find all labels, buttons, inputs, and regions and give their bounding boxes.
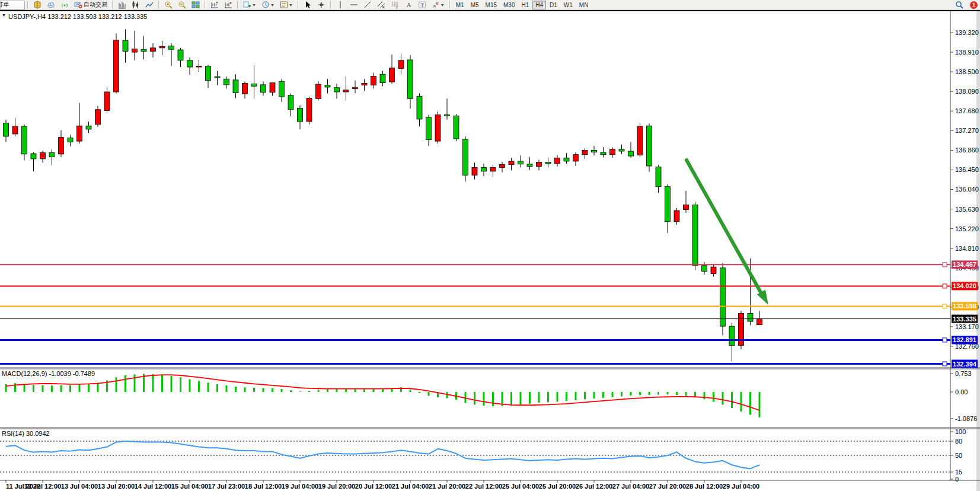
candle-bullish bbox=[555, 158, 560, 164]
macd-scale-label: 0.00 bbox=[955, 388, 968, 396]
time-axis-label: 13 Jul 20:00 bbox=[98, 483, 135, 490]
candle-bearish bbox=[592, 150, 597, 152]
timeframe-button-m5[interactable]: M5 bbox=[468, 1, 482, 9]
timeframe-button-mn[interactable]: MN bbox=[576, 1, 592, 9]
candle-bearish bbox=[178, 50, 183, 60]
candle-bearish bbox=[4, 123, 9, 136]
timeframe-button-h1[interactable]: H1 bbox=[518, 1, 532, 9]
toolbar-separator bbox=[112, 1, 113, 8]
price-axis-label: 135.220 bbox=[955, 225, 979, 232]
crosshair-icon[interactable] bbox=[315, 0, 328, 9]
macd-scale-label: -1.0876 bbox=[955, 415, 977, 422]
channel-icon[interactable]: E bbox=[375, 0, 388, 9]
history-book-icon[interactable] bbox=[31, 0, 44, 9]
timeframe-button-w1[interactable]: W1 bbox=[561, 1, 576, 9]
candle-bearish bbox=[22, 126, 27, 154]
price-axis-label: 138.500 bbox=[955, 68, 979, 75]
candle-bullish bbox=[196, 66, 202, 67]
cloud-sync-icon[interactable] bbox=[44, 0, 58, 9]
candle-bullish bbox=[684, 205, 689, 209]
chart-window: ▼ USDJPY-,H4 133.212 133.503 133.212 133… bbox=[0, 9, 980, 491]
time-axis-label: 25 Jul 20:00 bbox=[539, 483, 576, 490]
cursor-icon[interactable] bbox=[301, 0, 314, 9]
rsi-scale-label: 100 bbox=[955, 428, 966, 435]
notification-badge[interactable]: 1 bbox=[970, 1, 978, 9]
dropdown-caret-icon[interactable]: ▼ bbox=[289, 3, 293, 7]
dropdown-caret-icon[interactable]: ▼ bbox=[440, 3, 445, 7]
candle-bearish bbox=[656, 167, 661, 187]
price-badge-label: 134.467 bbox=[953, 261, 976, 268]
time-axis-label: 22 Jul 12:00 bbox=[465, 483, 502, 490]
time-axis-label: 21 Jul 20:00 bbox=[429, 483, 465, 490]
resistance-line-1-handle[interactable] bbox=[943, 263, 947, 267]
rsi-scale-label: 0 bbox=[955, 476, 959, 483]
dropdown-caret-icon[interactable]: ▼ bbox=[270, 3, 274, 7]
signals-icon[interactable] bbox=[58, 0, 71, 9]
new-order-button[interactable]: 新订单 bbox=[0, 1, 25, 9]
timeframe-button-d1[interactable]: D1 bbox=[547, 1, 560, 9]
resistance-line-2-handle[interactable] bbox=[943, 284, 947, 288]
vertical-line-icon[interactable] bbox=[334, 0, 347, 9]
timeframe-button-m15[interactable]: M15 bbox=[483, 1, 500, 9]
period-icon[interactable]: ▼ bbox=[259, 0, 277, 9]
price-axis-label: 136.860 bbox=[955, 146, 979, 154]
candle-bearish bbox=[141, 49, 146, 51]
text-label-icon[interactable]: T bbox=[416, 0, 429, 9]
candle-bearish bbox=[417, 96, 422, 119]
search-icon[interactable] bbox=[953, 0, 966, 9]
toolbar-separator bbox=[158, 1, 159, 8]
add-indicator-icon[interactable]: ▼ bbox=[241, 0, 258, 9]
autotrading-icon[interactable]: 自动交易 bbox=[72, 0, 110, 9]
trendline-icon[interactable] bbox=[361, 0, 374, 9]
bar-chart-icon[interactable] bbox=[116, 0, 129, 9]
mt4-window: 新订单自动交易▼▼▼EFAT▼M1M5M15M30H1H4D1W1MN1 ▼ U… bbox=[0, 0, 980, 491]
candle-bearish bbox=[692, 205, 698, 265]
candle-bullish bbox=[757, 318, 762, 324]
support-line-blue-1-handle[interactable] bbox=[943, 338, 947, 342]
candle-bullish bbox=[674, 211, 679, 222]
candle-bearish bbox=[86, 126, 91, 129]
candle-bullish bbox=[307, 98, 312, 122]
auto-scroll-icon[interactable] bbox=[208, 0, 221, 9]
candle-bullish bbox=[77, 126, 82, 141]
zoom-out-icon[interactable] bbox=[175, 0, 189, 9]
arrows-icon[interactable]: ▼ bbox=[429, 0, 447, 9]
price-badge-label: 132.394 bbox=[953, 361, 977, 368]
support-line-orange-handle[interactable] bbox=[943, 304, 947, 308]
text-icon[interactable]: A bbox=[402, 0, 415, 9]
candle-bullish bbox=[509, 161, 514, 165]
tile-windows-icon[interactable] bbox=[189, 0, 202, 9]
horizontal-line-icon[interactable] bbox=[347, 0, 360, 9]
fibonacci-icon[interactable]: F bbox=[388, 0, 401, 9]
price-badge-label: 133.598 bbox=[953, 302, 976, 310]
symbol-dropdown-marker[interactable]: ▼ bbox=[2, 13, 6, 17]
candle-bearish bbox=[527, 164, 532, 167]
candle-bearish bbox=[619, 149, 624, 151]
candle-bullish bbox=[353, 88, 358, 89]
support-line-blue-2-handle[interactable] bbox=[943, 362, 947, 366]
timeframe-button-m1[interactable]: M1 bbox=[453, 1, 467, 9]
template-icon[interactable]: ▼ bbox=[277, 0, 295, 9]
candle-bullish bbox=[59, 138, 64, 154]
time-axis-label: 26 Jul 12:00 bbox=[576, 483, 612, 490]
dropdown-caret-icon[interactable]: ▼ bbox=[252, 3, 256, 7]
line-chart-icon[interactable] bbox=[143, 0, 156, 9]
macd-indicator-label: MACD(12,26,9) -1.0039 -0.7489 bbox=[2, 370, 95, 377]
candle-chart-icon[interactable] bbox=[129, 0, 142, 9]
price-axis-label: 137.680 bbox=[955, 107, 979, 114]
toolbar-separator bbox=[298, 1, 299, 8]
svg-text:E: E bbox=[382, 5, 385, 9]
candle-bearish bbox=[545, 162, 551, 164]
candle-bearish bbox=[68, 138, 73, 142]
candle-bullish bbox=[114, 40, 119, 92]
candle-bullish bbox=[610, 149, 615, 155]
candle-bearish bbox=[187, 60, 193, 67]
svg-text:T: T bbox=[420, 2, 424, 8]
chart-shift-icon[interactable] bbox=[222, 0, 235, 9]
candle-bearish bbox=[408, 60, 413, 98]
timeframe-button-h4[interactable]: H4 bbox=[532, 1, 546, 9]
candle-bullish bbox=[132, 49, 138, 52]
zoom-in-icon[interactable] bbox=[162, 0, 175, 9]
rsi-scale-label: 15 bbox=[955, 468, 962, 476]
timeframe-button-m30[interactable]: M30 bbox=[500, 1, 518, 9]
